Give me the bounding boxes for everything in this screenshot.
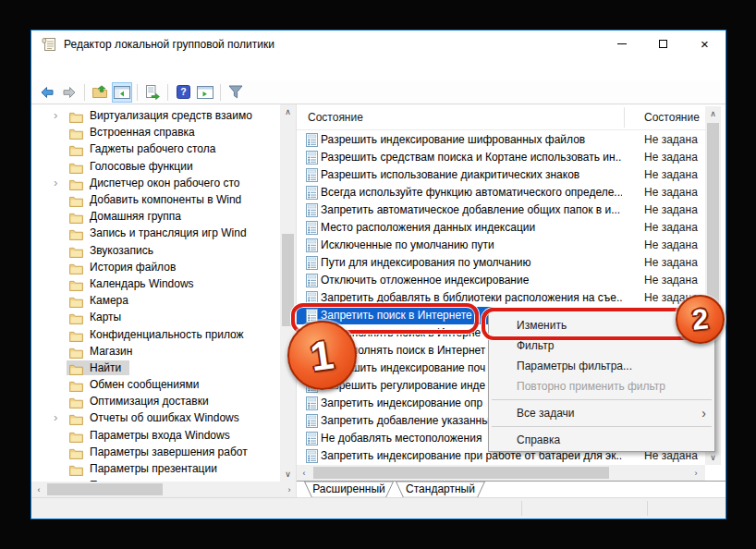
tree-vertical-scrollbar[interactable]: ∧ ∨ [280,104,296,482]
chevron-right-icon[interactable]: › [54,110,67,121]
tree-item[interactable]: › Календарь Windows [31,275,280,292]
show-console-tree-icon[interactable] [112,82,132,103]
policy-setting-icon [306,379,318,393]
column-header-state-left[interactable]: Состояние [308,104,363,130]
context-menu-item[interactable]: Все задачи › [489,403,714,423]
folder-icon [69,245,83,256]
scroll-down-icon[interactable]: ∨ [280,467,296,482]
up-one-level-folder-icon[interactable] [90,82,110,103]
scroll-right-icon[interactable]: › [689,465,703,481]
folder-icon [69,127,83,138]
tree-item[interactable]: › Запись и трансляция игр Wind [31,225,280,241]
tree-item[interactable]: › Карты [31,309,280,325]
view-tab[interactable]: Расширенный [304,482,394,497]
scroll-thumb[interactable] [313,467,609,479]
context-menu-item[interactable]: Параметры фильтра... › [489,356,714,376]
policy-row[interactable]: Отключить отложенное индексирование Не з… [297,272,705,289]
policy-row[interactable]: Пути для индексирования по умолчанию Не … [297,254,705,272]
scroll-right-icon[interactable]: › [282,482,297,497]
scroll-down-icon[interactable]: ∨ [705,450,721,465]
menu-separator [492,426,712,427]
tree-item[interactable]: › Добавить компоненты в Wind [31,191,280,208]
filter-icon[interactable] [226,82,246,103]
context-menu-item[interactable]: Повторно применить фильтр › [489,376,714,396]
list-horizontal-scrollbar[interactable]: ‹ › [297,465,705,481]
policy-state: Не задана [644,254,698,272]
folder-icon [69,396,83,407]
policy-setting-icon [306,238,318,252]
tree-item[interactable]: › Диспетчер окон рабочего сто [31,175,280,191]
tree-item[interactable]: › Параметры входа Windows [31,427,280,444]
tree-item[interactable]: › Параметры презентации [31,460,280,477]
folder-icon [69,161,83,172]
view-tabs: Расширенный Стандартный [297,481,726,497]
tree-item[interactable]: › Конфиденциальность прилож [31,325,280,342]
policy-name: Разрешить средствам поиска и Кортане исп… [321,149,622,166]
context-menu-item[interactable]: Изменить › [489,315,714,336]
tree-item[interactable]: › Звукозапись [31,242,280,259]
scroll-left-icon[interactable]: ‹ [31,482,46,497]
tree-item[interactable]: › Домашняя группа [31,208,280,225]
column-divider[interactable] [624,107,625,128]
scroll-left-icon[interactable]: ‹ [297,465,311,481]
tree-item[interactable]: › Встроенная справка [31,124,280,140]
folder-icon [69,278,83,289]
tree-item[interactable]: › Параметры завершения работ [31,444,280,460]
tree-item[interactable]: › Отчеты об ошибках Windows [31,409,280,426]
tree-item[interactable]: › Оптимизация доставки [31,393,280,409]
forward-icon[interactable] [59,82,79,103]
policy-row[interactable]: Разрешить использование диакритических з… [297,166,705,184]
scroll-thumb[interactable] [707,123,719,308]
tree-item[interactable]: › Камера [31,292,280,309]
show-window-icon[interactable] [195,82,215,103]
context-menu-item[interactable]: Фильтр › [489,336,714,356]
toolbar-separator [167,84,168,101]
context-menu-item[interactable]: Справка › [489,430,714,450]
tree-item-label: Найти [90,361,121,374]
close-button[interactable]: × [684,30,726,57]
tree-item-label: Виртуализация средств взаимо [90,109,252,122]
scroll-up-icon[interactable]: ∧ [280,104,296,119]
folder-icon [69,194,83,205]
tree-item[interactable]: › Гаджеты рабочего стола [31,140,280,157]
policy-row[interactable]: Всегда используйте функцию автоматическо… [297,184,705,201]
folder-icon [69,362,83,373]
view-tab-label: Стандартный [396,482,485,496]
policy-row[interactable]: Исключенные по умолчанию пути Не задана [297,237,705,254]
menubar [31,58,726,80]
menu-separator [492,399,712,400]
maximize-button[interactable] [642,30,684,57]
scroll-thumb[interactable] [282,234,294,326]
toolbar-separator [84,84,85,101]
view-tab[interactable]: Стандартный [396,482,485,497]
policy-row[interactable]: Запретить добавлять в библиотеки располо… [297,289,705,307]
chevron-right-icon[interactable]: › [54,177,67,189]
policy-setting-icon [306,396,318,410]
screenshot-stage: Редактор локальной групповой политики × [0,0,756,549]
help-icon[interactable]: ? [173,82,193,103]
policy-row[interactable]: Разрешить индексирование шифрованных фай… [297,131,705,149]
scroll-up-icon[interactable]: ∧ [705,106,721,121]
policy-row[interactable]: Запретить автоматическое добавление общи… [297,201,705,219]
tree-item[interactable]: › Найти [31,360,280,376]
scroll-thumb[interactable] [47,483,163,495]
policy-state: Не задана [644,149,698,166]
back-icon[interactable] [37,82,57,103]
tree-item[interactable]: › Обмен сообщениями [31,376,280,393]
chevron-right-icon[interactable]: › [54,412,67,423]
policy-row[interactable]: Место расположения данных индексации Не … [297,219,705,237]
policy-row[interactable]: Разрешить средствам поиска и Кортане исп… [297,149,705,166]
tree-item[interactable]: › Голосовые функции [31,158,280,175]
tree-item[interactable]: › Виртуализация средств взаимо [31,107,280,124]
column-header-state-right[interactable]: Состояние [644,104,700,130]
tree-horizontal-scrollbar[interactable]: ‹ › [31,482,297,497]
tree-item[interactable]: › История файлов [31,259,280,275]
titlebar[interactable]: Редактор локальной групповой политики × [31,30,726,58]
export-list-icon[interactable] [142,82,163,103]
folder-icon [69,329,83,340]
tree-item[interactable]: › Магазин [31,343,280,360]
policy-state: Не задана [644,272,698,289]
policy-setting-icon [306,449,318,463]
minimize-button[interactable] [601,30,642,57]
folder-icon [69,262,83,273]
